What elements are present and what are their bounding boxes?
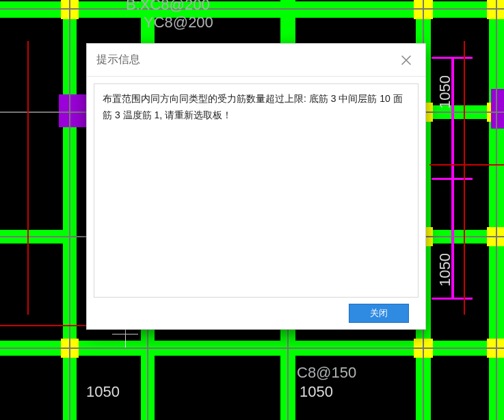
column-node (491, 89, 504, 129)
dim-text: 1050 (436, 75, 454, 109)
dialog-footer: 关闭 (94, 298, 419, 329)
close-icon[interactable] (397, 51, 416, 70)
axis-vline (147, 321, 148, 420)
ext-line (429, 164, 504, 166)
dim-text: 1050 (86, 383, 120, 401)
info-dialog: 提示信息 布置范围内同方向同类型的受力筋数量超过上限: 底筋 3 中间层筋 10… (86, 43, 426, 330)
axis-vline (496, 0, 497, 420)
axis-vline (287, 321, 289, 420)
wall-vcol (280, 0, 295, 49)
dialog-body: 布置范围内同方向同类型的受力筋数量超过上限: 底筋 3 中间层筋 10 面筋 3… (87, 77, 425, 329)
dialog-titlebar[interactable]: 提示信息 (87, 44, 425, 77)
axis-hline (0, 347, 504, 349)
dim-tick (432, 298, 473, 300)
dim-tick (432, 178, 473, 180)
dim-tick (432, 57, 473, 59)
rebar-label: YC8@200 (144, 14, 213, 31)
ext-line (27, 41, 29, 315)
axis-hline (0, 8, 504, 10)
dim-text: 1050 (436, 253, 454, 287)
dim-text: 1050 (300, 383, 333, 401)
column-node (59, 94, 89, 127)
close-button[interactable]: 关闭 (349, 304, 409, 323)
axis-vline (69, 0, 70, 420)
rebar-label: C8@150 (297, 364, 356, 382)
rebar-label: B:XC8@200 (126, 0, 210, 14)
cursor-crosshair (112, 334, 138, 334)
ext-line (464, 41, 465, 315)
dialog-message: 布置范围内同方向同类型的受力筋数量超过上限: 底筋 3 中间层筋 10 面筋 3… (94, 83, 419, 298)
dialog-title: 提示信息 (96, 53, 140, 67)
